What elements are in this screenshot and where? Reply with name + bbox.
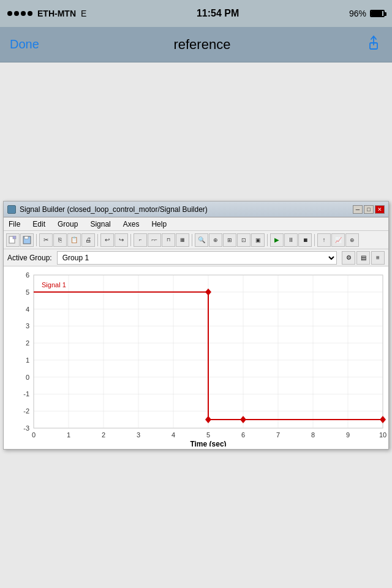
- svg-text:3: 3: [26, 322, 29, 330]
- status-bar: ETH-MTN E 11:54 PM 96%: [0, 0, 392, 27]
- select-button[interactable]: ⊞: [223, 233, 236, 247]
- toolbar-group-7: ↑ 📈 ⊕: [317, 233, 359, 247]
- save-button[interactable]: [20, 233, 34, 247]
- region-button[interactable]: ▣: [251, 233, 265, 247]
- minimize-button[interactable]: ─: [353, 205, 363, 214]
- signal-label: Signal 1: [42, 281, 66, 288]
- svg-text:-1: -1: [23, 390, 29, 398]
- fit-button[interactable]: ⊡: [237, 233, 251, 247]
- status-right: 96%: [349, 9, 385, 18]
- chart-area: 6 5 4 3 2 1 0 -1 -2 -3 0 1 2 3 4 5 6 7 8: [4, 266, 388, 449]
- separator-1: [36, 234, 37, 246]
- svg-text:-2: -2: [23, 407, 29, 415]
- svg-text:10: 10: [379, 431, 386, 439]
- svg-text:8: 8: [311, 431, 315, 439]
- toolbar-group-6: ▶ ⏸ ⏹: [270, 233, 312, 247]
- svg-text:2: 2: [102, 431, 105, 439]
- window-title: Signal Builder (closed_loop_control_moto…: [20, 205, 208, 214]
- svg-text:9: 9: [346, 431, 350, 439]
- undo-button[interactable]: ↩: [100, 233, 114, 247]
- signal-chart: 6 5 4 3 2 1 0 -1 -2 -3 0 1 2 3 4 5 6 7 8: [6, 269, 387, 447]
- svg-text:4: 4: [172, 431, 175, 439]
- cut-button[interactable]: ✂: [39, 233, 53, 247]
- active-group-icons: ⚙ ▤ ≡: [342, 251, 385, 265]
- active-group-row: Active Group: Group 1 ⚙ ▤ ≡: [4, 249, 388, 266]
- toolbar-group-4: ⌐ ⌐⌐ ⊓ ▦: [134, 233, 189, 247]
- nav-bar: Done reference: [0, 27, 392, 62]
- zoom-out-button[interactable]: ⊕: [209, 233, 222, 247]
- network-type: E: [81, 9, 86, 18]
- battery-percent: 96%: [349, 9, 366, 18]
- run-button[interactable]: ▶: [270, 233, 284, 247]
- settings-icon[interactable]: ⚙: [342, 251, 355, 265]
- svg-text:1: 1: [67, 431, 70, 439]
- print-button[interactable]: 🖨: [81, 233, 95, 247]
- separator-2: [97, 234, 98, 246]
- svg-text:-3: -3: [23, 424, 29, 432]
- svg-text:4: 4: [26, 306, 29, 313]
- new-button[interactable]: [6, 233, 20, 247]
- toolbar-group-2: ✂ ⎘ 📋 🖨: [39, 233, 95, 247]
- toolbar-group-5: 🔍 ⊕ ⊞ ⊡ ▣: [195, 233, 265, 247]
- grid-icon[interactable]: ▤: [356, 251, 370, 265]
- separator-4: [192, 234, 192, 246]
- window-controls: ─ □ ✕: [353, 205, 385, 214]
- menu-group[interactable]: Group: [55, 219, 80, 230]
- redo-button[interactable]: ↪: [115, 233, 128, 247]
- toolbar-group-3: ↩ ↪: [100, 233, 128, 247]
- svg-rect-3: [13, 236, 16, 239]
- svg-text:3: 3: [137, 431, 140, 439]
- menu-help[interactable]: Help: [149, 219, 169, 230]
- status-left: ETH-MTN E: [7, 9, 86, 18]
- content-area: Signal Builder (closed_loop_control_moto…: [0, 62, 392, 588]
- signal-tool-3[interactable]: ⊓: [162, 233, 175, 247]
- toolbar: ✂ ⎘ 📋 🖨 ↩ ↪ ⌐ ⌐⌐ ⊓ ▦ 🔍 ⊕ ⊞ ⊡: [4, 231, 388, 249]
- svg-text:6: 6: [26, 271, 29, 279]
- list-icon[interactable]: ≡: [371, 251, 385, 265]
- svg-text:7: 7: [276, 431, 280, 439]
- done-button[interactable]: Done: [10, 37, 39, 51]
- toolbar-group-1: [6, 233, 34, 247]
- svg-text:5: 5: [206, 431, 210, 439]
- chart-button[interactable]: 📈: [331, 233, 345, 247]
- page-title: reference: [173, 37, 230, 53]
- active-group-label: Active Group:: [7, 254, 52, 262]
- pause-button[interactable]: ⏸: [284, 233, 298, 247]
- close-button[interactable]: ✕: [375, 205, 385, 214]
- active-group-select[interactable]: Group 1: [57, 251, 337, 265]
- menu-file[interactable]: File: [6, 219, 23, 230]
- menu-signal[interactable]: Signal: [88, 219, 113, 230]
- copy-button[interactable]: ⎘: [53, 233, 67, 247]
- menu-edit[interactable]: Edit: [30, 219, 48, 230]
- up-arrow-button[interactable]: ↑: [317, 233, 331, 247]
- signal-tool-1[interactable]: ⌐: [134, 233, 147, 247]
- svg-text:0: 0: [32, 431, 36, 439]
- svg-text:2: 2: [26, 339, 29, 347]
- separator-5: [267, 234, 268, 246]
- svg-text:6: 6: [241, 431, 245, 439]
- signal-table-btn[interactable]: ▦: [176, 233, 189, 247]
- title-bar: Signal Builder (closed_loop_control_moto…: [4, 202, 388, 217]
- zoom-in-button[interactable]: 🔍: [195, 233, 208, 247]
- signal-dots: [7, 11, 32, 16]
- expand-button[interactable]: ⊕: [345, 233, 359, 247]
- signal-tool-2[interactable]: ⌐⌐: [148, 233, 161, 247]
- paste-button[interactable]: 📋: [67, 233, 81, 247]
- battery-icon: [370, 10, 385, 17]
- app-icon: [7, 205, 16, 214]
- maximize-button[interactable]: □: [364, 205, 374, 214]
- svg-text:1: 1: [26, 356, 29, 364]
- menu-axes[interactable]: Axes: [121, 219, 142, 230]
- menu-bar: File Edit Group Signal Axes Help: [4, 217, 388, 231]
- share-button[interactable]: [365, 35, 382, 55]
- carrier-name: ETH-MTN: [37, 9, 76, 18]
- svg-text:Time (sec): Time (sec): [190, 440, 226, 447]
- svg-text:5: 5: [26, 288, 29, 296]
- svg-rect-5: [24, 236, 28, 239]
- status-time: 11:54 PM: [197, 8, 239, 19]
- title-bar-left: Signal Builder (closed_loop_control_moto…: [7, 205, 208, 214]
- signal-builder-window: Signal Builder (closed_loop_control_moto…: [3, 201, 389, 450]
- svg-text:0: 0: [26, 374, 29, 381]
- separator-6: [314, 234, 315, 246]
- stop-button[interactable]: ⏹: [298, 233, 312, 247]
